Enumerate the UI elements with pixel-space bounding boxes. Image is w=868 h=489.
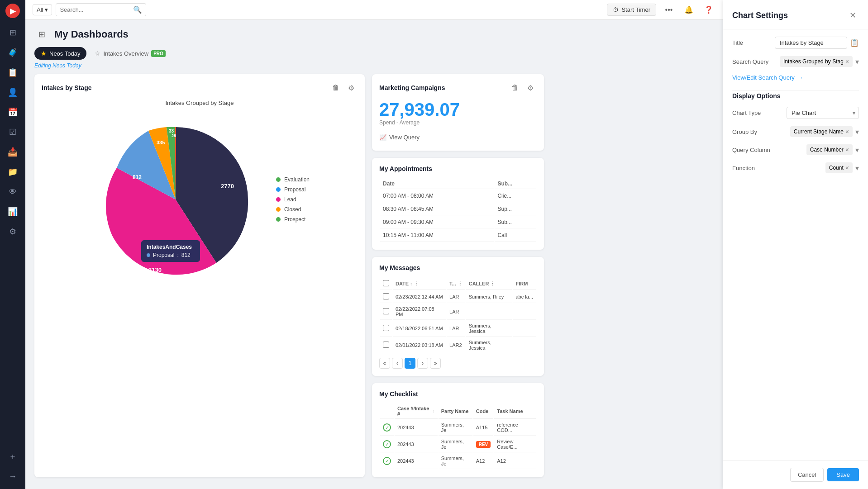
group-by-chevron[interactable]: ▾ [855, 128, 859, 136]
help-icon[interactable]: ❓ [701, 3, 716, 17]
msg-checkbox-3[interactable] [383, 325, 389, 331]
function-chevron[interactable]: ▾ [855, 164, 859, 172]
folder-icon[interactable]: 📁 [4, 163, 22, 181]
chart-type-select[interactable]: Pie Chart [787, 107, 859, 119]
group-by-tag-text: Current Stage Name [794, 128, 844, 135]
settings-gear-icon[interactable]: ⚙ [4, 223, 22, 241]
title-copy-icon[interactable]: 📋 [850, 38, 859, 47]
checklist-title: My Checklist [379, 390, 418, 398]
group-by-tag-remove[interactable]: × [845, 128, 849, 135]
grid-icon[interactable]: ⊞ [4, 24, 22, 42]
panel-close-button[interactable]: ✕ [846, 9, 859, 22]
start-timer-button[interactable]: ⏱ Start Timer [607, 4, 656, 16]
pro-badge: PRO [151, 50, 166, 57]
col-msg-type: T... ⋮ [447, 278, 465, 290]
marketing-widget: Marketing Campaigns 🗑 ⚙ 27,939.07 Spend … [372, 74, 544, 151]
msg-type-1: LAR [447, 291, 465, 303]
appt-type-1: Clie... [495, 190, 536, 202]
legend-dot-proposal [276, 187, 281, 192]
chart-type-select-wrap: Pie Chart ▾ [787, 107, 859, 119]
msg-checkbox-2[interactable] [383, 308, 389, 314]
briefcase-icon[interactable]: 🧳 [4, 43, 22, 62]
page-prev-button[interactable]: ‹ [392, 358, 403, 369]
marketing-header: Marketing Campaigns 🗑 ⚙ [379, 81, 537, 94]
document-icon[interactable]: 📋 [4, 63, 22, 81]
appointments-header: My Appointments [379, 165, 537, 172]
notifications-icon[interactable]: 🔔 [682, 3, 696, 17]
col-msg-firm: FIRM [513, 278, 536, 290]
marketing-delete-button[interactable]: 🗑 [509, 81, 521, 94]
inbox-icon[interactable]: 📥 [4, 143, 22, 161]
app-logo[interactable]: ▶ [5, 4, 20, 18]
check-circle-2[interactable]: ✓ [383, 440, 391, 448]
msg-checkbox-4[interactable] [383, 342, 389, 348]
query-column-tag-remove[interactable]: × [845, 146, 849, 153]
marketing-settings-button[interactable]: ⚙ [524, 81, 537, 94]
checklist-table: Case #/Intake # ↑ Party Name Code Task N… [379, 403, 537, 470]
search-input[interactable] [60, 6, 130, 13]
select-all-checkbox[interactable] [383, 280, 389, 286]
chart-bar-icon[interactable]: 📊 [4, 203, 22, 221]
add-icon[interactable]: ＋ [4, 447, 22, 465]
cancel-button[interactable]: Cancel [790, 468, 824, 482]
check-circle-1[interactable]: ✓ [383, 423, 391, 432]
page-first-button[interactable]: « [379, 358, 390, 369]
intakes-widget: Intakes by Stage 🗑 ⚙ Intakes Grouped by … [34, 74, 365, 477]
function-label: Function [732, 165, 755, 171]
legend-evaluation: Evaluation [276, 176, 310, 183]
star-filled-icon: ★ [41, 50, 47, 57]
star-outline-icon: ☆ [95, 50, 100, 57]
eye-icon[interactable]: 👁 [4, 183, 22, 201]
arrow-right-icon[interactable]: → [4, 467, 22, 485]
appointment-row: 07:00 AM - 08:00 AM Clie... [380, 190, 536, 202]
pie-chart-container: 2770 3130 812 335 33 28 IntakesAndCases … [42, 114, 358, 285]
function-tag-remove[interactable]: × [845, 164, 849, 171]
appt-time-3: 09:00 AM - 09:30 AM [380, 216, 494, 228]
legend-label-proposal: Proposal [284, 186, 305, 193]
checklist-header: My Checklist [379, 390, 537, 398]
msg-checkbox-1[interactable] [383, 293, 389, 299]
checklist-party-1: Summers, Je [439, 420, 472, 436]
search-box: 🔍 [56, 3, 146, 16]
more-options-button[interactable]: ••• [662, 3, 676, 17]
marketing-actions: 🗑 ⚙ [509, 81, 537, 94]
label-3130: 3130 [148, 266, 162, 273]
msg-date-1: 02/23/2022 12:44 AM [393, 291, 446, 303]
intakes-delete-button[interactable]: 🗑 [329, 81, 342, 94]
checklist-party-2: Summers, Je [439, 437, 472, 452]
query-column-chevron[interactable]: ▾ [855, 146, 859, 154]
calendar-icon[interactable]: 📅 [4, 103, 22, 121]
checklist-row: ✓ 202443 Summers, Je REV Review Case/E..… [380, 437, 536, 452]
page-next-button[interactable]: › [417, 358, 428, 369]
query-tag-remove[interactable]: × [845, 58, 849, 65]
filter-dropdown[interactable]: All ▾ [33, 4, 52, 15]
grid-view-icon[interactable]: ⊞ [34, 27, 49, 42]
person-icon[interactable]: 👤 [4, 83, 22, 101]
view-query-button[interactable]: 📈 View Query [379, 131, 537, 143]
query-chevron-icon[interactable]: ▾ [855, 57, 859, 66]
tab-neos-today[interactable]: ★ Neos Today [34, 47, 86, 60]
query-tag-text: Intakes Grouped by Stag [783, 58, 844, 65]
msg-type-2: LAR [447, 304, 465, 320]
editing-label: Editing Neos Today [34, 62, 714, 69]
page-last-button[interactable]: » [430, 358, 441, 369]
tab-intakes-overview[interactable]: ☆ Intakes Overview PRO [88, 47, 172, 60]
legend-proposal: Proposal [276, 186, 310, 193]
check-circle-3[interactable]: ✓ [383, 457, 391, 465]
chart-type-label: Chart Type [732, 109, 761, 116]
page-title: My Dashboards [54, 28, 129, 40]
save-button[interactable]: Save [827, 468, 859, 481]
checklist-icon[interactable]: ☑ [4, 123, 22, 141]
legend-label-evaluation: Evaluation [284, 176, 310, 183]
appointment-row: 10:15 AM - 11:00 AM Call [380, 229, 536, 242]
checklist-code-3: A12 [473, 453, 494, 469]
main-area: All ▾ 🔍 ⏱ Start Timer ••• 🔔 ❓ ⊞ My Dashb… [25, 0, 723, 489]
title-input[interactable] [775, 37, 847, 49]
appointments-title: My Appointments [379, 165, 432, 172]
messages-pagination: « ‹ 1 › » [379, 358, 537, 369]
page-1-button[interactable]: 1 [405, 358, 415, 369]
view-edit-link[interactable]: View/Edit Search Query → [732, 74, 859, 81]
function-tag: Count × [825, 162, 853, 173]
intakes-settings-button[interactable]: ⚙ [345, 81, 358, 94]
label-335: 335 [157, 140, 165, 145]
